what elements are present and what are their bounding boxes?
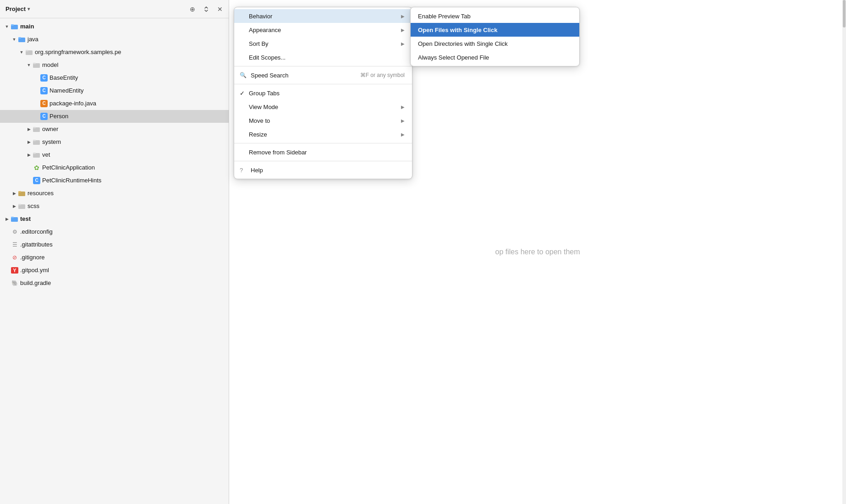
svg-rect-19 xyxy=(11,217,14,218)
tree-label-gitignore: .gitignore xyxy=(20,252,44,263)
submenu-item-openfilessingleclick[interactable]: Open Files with Single Click xyxy=(411,23,579,37)
tree-item-scss[interactable]: scss xyxy=(0,200,229,213)
scrollbar-thumb[interactable] xyxy=(843,0,846,27)
svg-rect-5 xyxy=(26,50,28,51)
gradle-icon: 🐘 xyxy=(11,279,18,287)
menu-label-appearance: Appearance xyxy=(249,27,397,33)
tree-item-baseentity[interactable]: C BaseEntity xyxy=(0,71,229,84)
svg-rect-9 xyxy=(33,127,36,128)
tree-label-java: java xyxy=(27,34,38,45)
tree-item-test[interactable]: test xyxy=(0,213,229,225)
menu-item-moveto[interactable]: Move to ▶ xyxy=(234,114,412,127)
tree-item-vet[interactable]: vet xyxy=(0,148,229,161)
tree-arrow-org xyxy=(18,49,25,55)
menu-item-viewmode[interactable]: View Mode ▶ xyxy=(234,100,412,114)
submenu-item-opendirsingleclick[interactable]: Open Directories with Single Click xyxy=(411,37,579,50)
tree-item-main[interactable]: main xyxy=(0,20,229,33)
menu-item-appearance[interactable]: Appearance ▶ xyxy=(234,23,412,37)
tree-item-packageinfo[interactable]: C package-info.java xyxy=(0,97,229,110)
tree-item-gitattributes[interactable]: ☰ .gitattributes xyxy=(0,238,229,251)
tree-item-editorconfig[interactable]: ⚙ .editorconfig xyxy=(0,225,229,238)
tree-item-java[interactable]: java xyxy=(0,33,229,46)
crosshair-icon[interactable]: ⊕ xyxy=(187,4,198,14)
java-icon-namedentity: C xyxy=(40,87,48,94)
expand-collapse-icon[interactable] xyxy=(201,4,211,14)
tree-label-scss: scss xyxy=(27,201,39,212)
menu-item-editscopes[interactable]: Edit Scopes... xyxy=(234,50,412,64)
menu-item-behavior[interactable]: Behavior ▶ xyxy=(234,9,412,23)
submenu-label-opendirsingleclick: Open Directories with Single Click xyxy=(418,40,508,47)
folder-icon-test xyxy=(11,215,18,223)
submenu-item-alwaysselectopened[interactable]: Always Select Opened File xyxy=(411,50,579,64)
tree-arrow-java xyxy=(11,36,17,43)
tree-arrow-resources xyxy=(11,190,17,197)
project-title-caret: ▾ xyxy=(27,6,30,11)
tree-label-packageinfo: package-info.java xyxy=(49,98,96,109)
menu-separator-4 xyxy=(234,161,412,161)
tree-arrow-test xyxy=(4,216,10,222)
tree-item-owner[interactable]: owner xyxy=(0,123,229,136)
tree-label-resources: resources xyxy=(27,188,54,199)
java-icon-petclinichints: C xyxy=(33,177,40,184)
gitpod-icon: Y xyxy=(11,267,18,274)
tree-item-system[interactable]: system xyxy=(0,136,229,148)
menu-label-help: Help xyxy=(251,167,405,174)
svg-rect-3 xyxy=(18,37,21,38)
folder-icon-system xyxy=(33,138,40,146)
tree-item-petclinichints[interactable]: C PetClinicRuntimeHints xyxy=(0,174,229,187)
menu-arrow-behavior: ▶ xyxy=(401,14,405,19)
tree-item-gitignore[interactable]: ⊘ .gitignore xyxy=(0,251,229,264)
submenu-behavior: Enable Preview Tab Open Files with Singl… xyxy=(410,7,580,66)
menu-arrow-resize: ▶ xyxy=(401,132,405,137)
java-icon-person: C xyxy=(40,113,48,120)
menu-arrow-viewmode: ▶ xyxy=(401,104,405,110)
tree-item-buildgradle[interactable]: 🐘 build.gradle xyxy=(0,277,229,290)
tree-arrow-main xyxy=(4,23,10,30)
folder-icon-org xyxy=(26,49,33,56)
svg-rect-11 xyxy=(33,140,36,141)
menu-item-grouptabs[interactable]: ✓ Group Tabs xyxy=(234,86,412,100)
menu-check-grouptabs: ✓ xyxy=(240,90,249,97)
svg-rect-17 xyxy=(18,204,21,205)
context-menu: Behavior ▶ Appearance ▶ Sort By ▶ Edit S… xyxy=(234,7,412,179)
project-title-text: Project xyxy=(5,5,26,12)
editor-scrollbar[interactable] xyxy=(842,0,846,504)
menu-item-help[interactable]: ? Help xyxy=(234,163,412,177)
tree-label-test: test xyxy=(20,214,31,225)
tree-item-namedentity[interactable]: C NamedEntity xyxy=(0,84,229,97)
project-title[interactable]: Project ▾ xyxy=(5,5,30,12)
tree-label-owner: owner xyxy=(42,124,58,135)
question-icon-help: ? xyxy=(240,167,249,174)
tree-label-system: system xyxy=(42,137,61,148)
editor-drop-hint: op files here to open them xyxy=(495,248,580,256)
folder-icon-vet xyxy=(33,151,40,159)
tree-item-petclinicapp[interactable]: ✿ PetClinicApplication xyxy=(0,161,229,174)
tree-item-gitpod[interactable]: Y .gitpod.yml xyxy=(0,264,229,277)
close-panel-icon[interactable]: ✕ xyxy=(215,4,225,14)
menu-item-sortby[interactable]: Sort By ▶ xyxy=(234,37,412,50)
menu-separator-2 xyxy=(234,84,412,84)
tree-item-person[interactable]: C Person xyxy=(0,110,229,123)
tree-item-model[interactable]: model xyxy=(0,59,229,71)
tree-item-resources[interactable]: resources xyxy=(0,187,229,200)
tree-label-petclinichints: PetClinicRuntimeHints xyxy=(42,175,101,186)
menu-shortcut-speedsearch: ⌘F or any symbol xyxy=(360,72,405,78)
java-icon-packageinfo: C xyxy=(40,100,48,107)
menu-label-editscopes: Edit Scopes... xyxy=(249,54,405,61)
menu-label-moveto: Move to xyxy=(249,117,397,124)
tree-item-org[interactable]: org.springframework.samples.pe xyxy=(0,46,229,59)
menu-arrow-appearance: ▶ xyxy=(401,27,405,33)
ban-icon-gitignore: ⊘ xyxy=(11,254,18,261)
svg-rect-7 xyxy=(33,63,36,64)
submenu-label-openfilessingleclick: Open Files with Single Click xyxy=(418,27,497,33)
tree-arrow-vet xyxy=(26,152,32,158)
menu-item-resize[interactable]: Resize ▶ xyxy=(234,127,412,141)
folder-icon-main xyxy=(11,23,18,30)
tree-label-buildgradle: build.gradle xyxy=(20,278,51,289)
folder-icon-model xyxy=(33,61,40,69)
menu-item-removesidebar[interactable]: Remove from Sidebar xyxy=(234,145,412,159)
tree-arrow-system xyxy=(26,139,32,145)
menu-label-viewmode: View Mode xyxy=(249,104,397,110)
menu-item-speedsearch[interactable]: 🔍 Speed Search ⌘F or any symbol xyxy=(234,68,412,82)
submenu-item-enablepreview[interactable]: Enable Preview Tab xyxy=(411,9,579,23)
